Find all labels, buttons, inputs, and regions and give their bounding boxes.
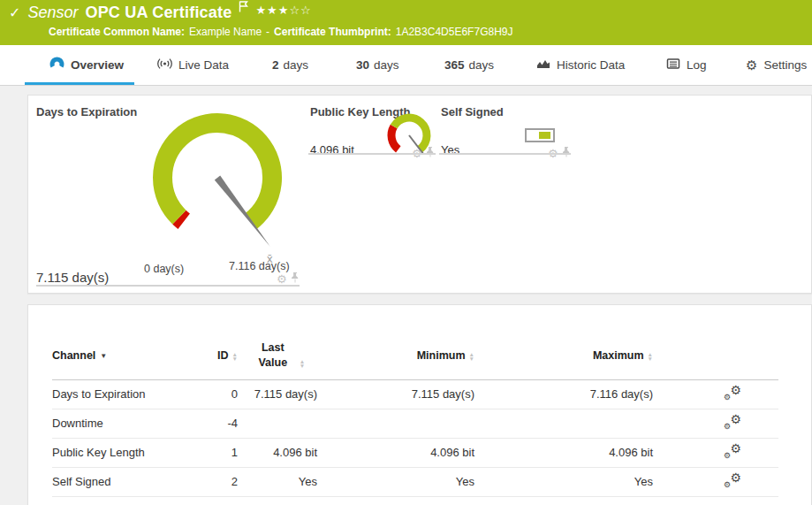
channel-settings-gears-icon[interactable]: ⚙⚙ xyxy=(724,473,741,488)
table-row[interactable]: Public Key Length 1 4.096 bit 4.096 bit … xyxy=(52,438,778,467)
tab-overview[interactable]: Overview xyxy=(49,45,124,85)
gauge-icon xyxy=(49,57,65,73)
channel-maximum: 7.116 day(s) xyxy=(474,379,653,409)
sensor-header: Sensor OPC UA Certificate ★★★☆☆ Certific… xyxy=(0,0,812,45)
tab-30-days[interactable]: 30 days xyxy=(356,45,399,85)
gauge-scale-min: 0 day(s) xyxy=(144,263,184,275)
priority-stars[interactable]: ★★★☆☆ xyxy=(255,4,311,17)
tab-bar: Overview Live Data 2 days 30 days 365 da… xyxy=(0,45,812,86)
page-title: OPC UA Certificate xyxy=(85,4,231,22)
sort-icon xyxy=(469,352,474,361)
column-header-options xyxy=(653,337,778,379)
column-header-maximum[interactable]: Maximum xyxy=(474,337,653,379)
tab-historic-data[interactable]: Historic Data xyxy=(536,45,625,85)
channel-maximum: 4.096 bit xyxy=(474,438,653,467)
sort-icon xyxy=(300,359,305,368)
channel-id: 0 xyxy=(202,379,238,409)
sort-icon xyxy=(648,352,653,361)
column-header-channel[interactable]: Channel xyxy=(52,337,202,379)
channel-id: 1 xyxy=(202,438,238,467)
channel-name: Downtime xyxy=(52,409,202,438)
tab-365-days[interactable]: 365 days xyxy=(444,45,494,85)
channel-table-panel: Channel ID Last Value Minimum Maximum xyxy=(27,304,812,505)
column-header-id[interactable]: ID xyxy=(202,337,238,379)
channel-minimum xyxy=(317,409,474,438)
channel-last-value: 4.096 bit xyxy=(238,438,317,467)
tab-2-days[interactable]: 2 days xyxy=(272,45,308,85)
days-to-expiration-value: 7.115 day(s) xyxy=(36,270,109,285)
toggle-knob xyxy=(539,132,550,139)
channel-name: Self Signed xyxy=(52,467,202,496)
channel-maximum xyxy=(474,409,653,438)
gauges-panel: Days to Expiration x̄ 0 day(s) 7.116 day… xyxy=(27,95,812,294)
subtitle-label-common-name: Certificate Common Name: xyxy=(49,26,185,38)
gear-icon xyxy=(746,58,757,73)
subtitle-label-thumbprint: Certificate Thumbprint: xyxy=(274,26,391,38)
prtg-sensor-page: Sensor OPC UA Certificate ★★★☆☆ Certific… xyxy=(0,0,812,505)
column-header-minimum[interactable]: Minimum xyxy=(317,337,474,379)
subtitle-separator: - xyxy=(266,26,269,38)
sort-icon xyxy=(232,352,238,361)
broadcast-icon xyxy=(157,57,172,73)
sensor-subtitle: Certificate Common Name: Example Name - … xyxy=(49,26,512,38)
channel-name: Days to Expiration xyxy=(52,379,202,409)
channel-last-value xyxy=(238,409,317,438)
channel-last-value: Yes xyxy=(238,467,317,496)
sort-desc-icon xyxy=(100,352,107,360)
channel-settings-gears-icon[interactable]: ⚙⚙ xyxy=(724,386,741,401)
log-list-icon xyxy=(666,57,680,73)
channel-settings-gears-icon[interactable]: ⚙⚙ xyxy=(724,415,741,430)
channel-id: -4 xyxy=(202,409,238,438)
channel-minimum: Yes xyxy=(317,467,474,496)
table-row[interactable]: Days to Expiration 0 7.115 day(s) 7.115 … xyxy=(52,379,778,409)
channel-id: 2 xyxy=(202,467,238,496)
days-to-expiration-gauge: x̄ xyxy=(120,109,315,272)
sensor-kind-label: Sensor xyxy=(27,4,78,22)
channel-settings-gears-icon[interactable]: ⚙⚙ xyxy=(724,444,741,459)
priority-flag-icon[interactable] xyxy=(239,0,248,16)
channel-maximum: Yes xyxy=(474,467,653,496)
column-header-last-value[interactable]: Last Value xyxy=(238,337,317,379)
area-chart-icon xyxy=(536,57,550,73)
status-check-icon xyxy=(9,4,20,21)
tab-live-data[interactable]: Live Data xyxy=(157,45,229,85)
subtitle-value-common-name: Example Name xyxy=(189,26,262,38)
channel-minimum: 7.115 day(s) xyxy=(317,379,474,409)
gauge-title-self-signed: Self Signed xyxy=(441,105,504,119)
channel-minimum: 4.096 bit xyxy=(317,438,474,467)
self-signed-toggle-indicator xyxy=(525,128,555,142)
channel-table: Channel ID Last Value Minimum Maximum xyxy=(52,337,778,497)
table-row[interactable]: Self Signed 2 Yes Yes Yes ⚙⚙ xyxy=(52,467,778,496)
table-row[interactable]: Downtime -4 ⚙⚙ xyxy=(52,409,778,438)
tab-log[interactable]: Log xyxy=(666,45,707,85)
channel-last-value: 7.115 day(s) xyxy=(238,379,317,409)
subtitle-value-thumbprint: 1A2B3C4D5E6F7G8H9J xyxy=(396,26,513,38)
tab-settings[interactable]: Settings xyxy=(746,45,807,85)
channel-name: Public Key Length xyxy=(52,438,202,467)
